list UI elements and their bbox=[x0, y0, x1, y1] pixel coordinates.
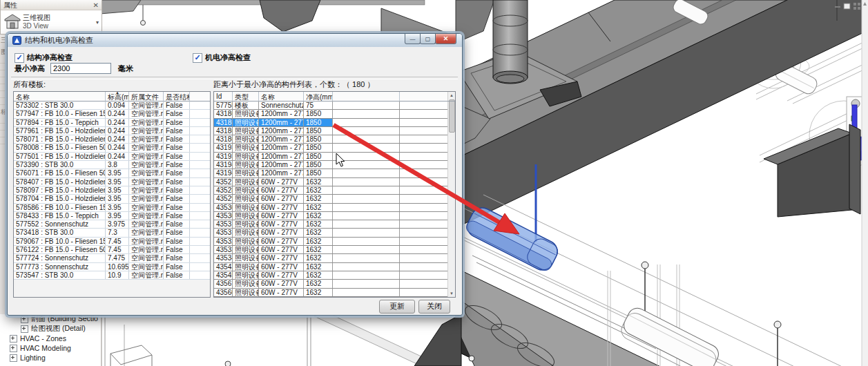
table-row[interactable]: 431938照明设备1200mm - 277V1850 bbox=[214, 144, 448, 152]
table-row[interactable]: 431941照明设备1200mm - 277V1850 bbox=[214, 169, 448, 177]
table-row[interactable]: 435301照明设备60W - 277V1632 bbox=[214, 204, 448, 212]
table-row[interactable]: 577773 : Sonnenschutz10.695空间管理.rvtFalse bbox=[14, 263, 210, 271]
table-cell bbox=[190, 127, 210, 135]
view-scrollbar[interactable] bbox=[862, 0, 868, 366]
column-header[interactable]: 类型 bbox=[233, 92, 259, 102]
dialog-minimize-button[interactable]: — bbox=[405, 34, 421, 44]
table-row[interactable]: 577724 : Sonnenschutz7.475空间管理.rvtFalse bbox=[14, 254, 210, 262]
column-header[interactable] bbox=[190, 92, 210, 102]
table-row[interactable]: 573547 : STB 30.010.9空间管理.rvtFalse bbox=[14, 271, 210, 280]
table-row[interactable]: 435210照明设备60W - 277V1632 bbox=[214, 178, 448, 186]
table-row[interactable]: 573302 : STB 30.00.094空间管理.rvtFalse bbox=[14, 102, 210, 110]
column-header[interactable]: 标高(m)▲ bbox=[106, 92, 129, 102]
table-cell bbox=[190, 135, 210, 143]
table-cell: 照明设备 bbox=[233, 110, 259, 117]
table-row[interactable]: 578008 : FB 15.0 - Fliesen 50 x 500.244空… bbox=[14, 144, 210, 152]
scrollbar-thumb[interactable] bbox=[449, 99, 455, 133]
dialog-titlebar[interactable]: 结构和机电净高检查 — ▢ ✕ bbox=[8, 34, 462, 47]
table-scrollbar[interactable]: ▲ ▼ bbox=[447, 92, 455, 297]
table-row[interactable]: 577894 : FB 15.0 - Teppich0.244空间管理.rvtF… bbox=[14, 119, 210, 127]
update-button[interactable]: 更新 bbox=[379, 300, 415, 314]
table-row[interactable]: 577947 : FB 10.0 - Fliesen 15 x 150.244空… bbox=[14, 110, 210, 118]
table-cell bbox=[400, 127, 448, 135]
column-header[interactable] bbox=[333, 92, 400, 102]
table-row[interactable]: 435346照明设备60W - 277V1632 bbox=[214, 254, 448, 262]
table-cell: False bbox=[164, 229, 190, 236]
tree-item[interactable]: 剖面 (Building Sectio bbox=[0, 314, 101, 324]
table-row[interactable]: 573418 : STB 30.07.3空间管理.rvtFalse bbox=[14, 229, 210, 237]
structure-clearance-checkbox[interactable]: ✓ 结构净高检查 bbox=[15, 52, 73, 63]
table-row[interactable]: 431865照明设备1200mm - 277V1850 bbox=[214, 127, 448, 135]
column-header[interactable]: Id bbox=[214, 92, 233, 102]
table-row[interactable]: 577501 : FB 15.0 - Holzdielen0.244空间管理.r… bbox=[14, 153, 210, 161]
column-header[interactable]: 所属文件 bbox=[129, 92, 164, 102]
dialog-maximize-button[interactable]: ▢ bbox=[420, 34, 436, 44]
table-row[interactable]: 435319照明设备60W - 277V1632 bbox=[214, 229, 448, 237]
table-row[interactable]: 577552楼板Sonnenschutz75 bbox=[214, 102, 448, 110]
tree-expand-icon[interactable] bbox=[10, 335, 17, 343]
table-cell: 1632 bbox=[304, 246, 333, 253]
chevron-down-icon[interactable]: ▾ bbox=[96, 19, 100, 26]
table-row[interactable]: 435307照明设备60W - 277V1632 bbox=[214, 212, 448, 220]
tree-expand-icon[interactable] bbox=[10, 345, 17, 352]
table-cell: 1200mm - 277V bbox=[259, 144, 304, 151]
table-cell: 7.45 bbox=[106, 238, 129, 245]
table-row[interactable]: 578071 : FB 15.0 - Holzdielen0.244空间管理.r… bbox=[14, 135, 210, 144]
violations-table[interactable]: ▲ ▼ Id类型名称净高(mm)577552楼板Sonnenschutz7543… bbox=[213, 91, 456, 298]
scroll-down-icon[interactable]: ▼ bbox=[448, 290, 455, 297]
dialog-close-button[interactable]: ✕ bbox=[435, 34, 456, 44]
table-row[interactable]: 435325照明设备60W - 277V1632 bbox=[214, 238, 448, 246]
table-cell: 1632 bbox=[304, 204, 333, 211]
table-row[interactable]: 578586 : FB 10.0 - Fliesen 15 x 153.95空间… bbox=[14, 204, 210, 212]
table-row[interactable]: 435295照明设备60W - 277V1632 bbox=[214, 195, 448, 203]
table-row[interactable]: 435608照明设备60W - 277V1632 bbox=[214, 289, 448, 297]
table-row[interactable]: 431940照明设备1200mm - 277V1850 bbox=[214, 161, 448, 169]
table-row[interactable]: 435618照明设备60W - 277V1632 bbox=[214, 280, 448, 288]
table-row[interactable]: 431864照明设备1200mm - 277V1850 bbox=[214, 119, 448, 127]
floors-table[interactable]: 名称标高(m)▲所属文件是否结构573302 : STB 30.00.094空间… bbox=[13, 91, 211, 298]
table-cell bbox=[190, 254, 210, 262]
tree-expand-icon[interactable] bbox=[21, 316, 28, 323]
min-clearance-input[interactable] bbox=[50, 63, 111, 74]
tree-item[interactable]: 绘图视图 (Detail) bbox=[0, 324, 101, 334]
tree-item[interactable]: HVAC - Zones bbox=[0, 334, 101, 343]
properties-close-icon[interactable]: ✕ bbox=[93, 2, 99, 9]
table-row[interactable]: 435313照明设备60W - 277V1632 bbox=[214, 220, 448, 229]
tree-expand-icon[interactable] bbox=[21, 325, 28, 333]
table-row[interactable]: 435450照明设备60W - 277V1632 bbox=[214, 271, 448, 280]
table-row[interactable]: 579067 : FB 10.0 - Fliesen 15 x 157.45空间… bbox=[14, 238, 210, 246]
tree-item[interactable]: HVAC Modeling bbox=[0, 343, 101, 353]
table-row[interactable]: 431939照明设备1200mm - 277V1850 bbox=[214, 153, 448, 161]
table-row[interactable]: 576071 : FB 15.0 - Fliesen 50 x 503.95空间… bbox=[14, 169, 210, 177]
table-cell bbox=[333, 178, 400, 186]
column-header[interactable] bbox=[400, 92, 455, 102]
table-cell: 576071 : FB 15.0 - Fliesen 50 x 50 bbox=[14, 169, 106, 177]
table-row[interactable]: 431866照明设备1200mm - 277V1850 bbox=[214, 135, 448, 144]
table-row[interactable]: 578433 : FB 15.0 - Teppich3.95空间管理.rvtFa… bbox=[14, 212, 210, 220]
table-row[interactable]: 435331照明设备60W - 277V1632 bbox=[214, 246, 448, 254]
table-row[interactable]: 578097 : FB 15.0 - Holzdielen3.95空间管理.rv… bbox=[14, 186, 210, 195]
table-row[interactable]: 431863照明设备1200mm - 277V1850 bbox=[214, 110, 448, 118]
table-row[interactable]: 576122 : FB 15.0 - Fliesen 50 x 507.45空间… bbox=[14, 246, 210, 254]
column-header[interactable]: 名称 bbox=[259, 92, 304, 102]
column-header[interactable]: 名称 bbox=[14, 92, 106, 102]
tree-expand-icon[interactable] bbox=[10, 354, 17, 362]
table-cell: 435608 bbox=[214, 289, 233, 296]
table-row[interactable]: 573390 : STB 30.03.8空间管理.rvtFalse bbox=[14, 161, 210, 169]
mep-clearance-checkbox[interactable]: ✓ 机电净高检查 bbox=[193, 52, 251, 63]
table-row[interactable]: 577552 : Sonnenschutz3.975空间管理.rvtFalse bbox=[14, 220, 210, 229]
table-cell bbox=[190, 153, 210, 160]
table-row[interactable]: 578704 : FB 15.0 - Holzdielen3.95空间管理.rv… bbox=[14, 195, 210, 203]
min-clearance-label: 最小净高 bbox=[15, 64, 45, 74]
table-row[interactable]: 435438照明设备60W - 277V1632 bbox=[214, 263, 448, 271]
close-button[interactable]: 关闭 bbox=[418, 300, 450, 314]
table-row[interactable]: 577961 : FB 15.0 - Holzdielen0.244空间管理.r… bbox=[14, 127, 210, 135]
column-header[interactable]: 净高(mm) bbox=[304, 92, 333, 102]
table-cell: 空间管理.rvt bbox=[129, 135, 164, 143]
type-selector[interactable]: 三维视图 3D View ▾ bbox=[1, 10, 102, 34]
column-header[interactable]: 是否结构 bbox=[164, 92, 190, 102]
tree-item[interactable]: Lighting bbox=[0, 353, 101, 363]
duct-end-right[interactable] bbox=[764, 97, 868, 217]
table-row[interactable]: 578407 : FB 15.0 - Holzdielen3.95空间管理.rv… bbox=[14, 178, 210, 186]
table-row[interactable]: 435288照明设备60W - 277V1632 bbox=[214, 186, 448, 195]
